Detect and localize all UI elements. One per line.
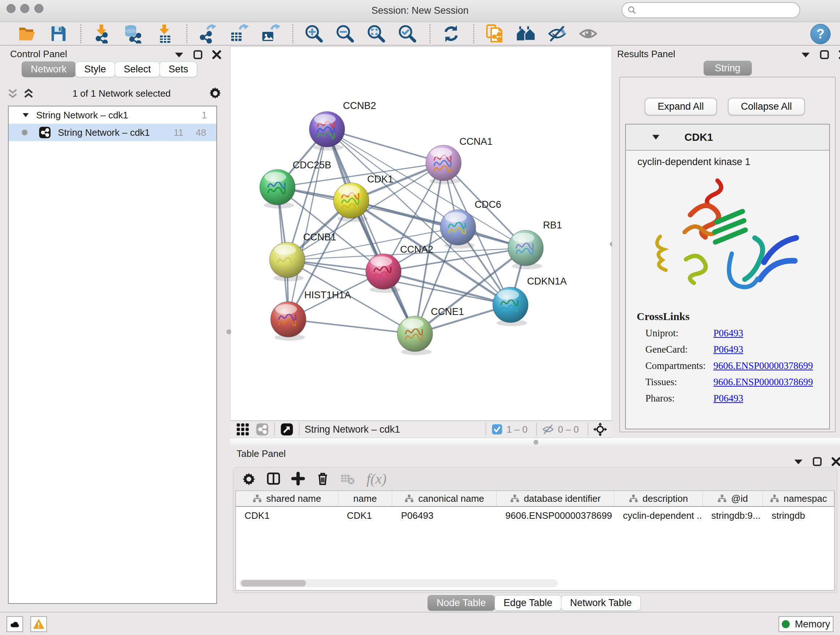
column-header-shared-name[interactable]: shared name <box>236 491 338 506</box>
table-panel-title: Table Panel <box>237 448 286 459</box>
zoom-out-button[interactable] <box>335 23 356 44</box>
selected-checkbox-icon[interactable] <box>491 424 503 435</box>
crosslink-row: GeneCard:P06493 <box>645 344 829 355</box>
left-splitter-handle[interactable] <box>226 329 231 334</box>
network-node-ccne1[interactable]: CCNE1 <box>397 306 464 355</box>
panel-menu-icon[interactable] <box>174 49 185 60</box>
network-status-dot <box>22 130 27 135</box>
zoom-selected-icon <box>398 24 417 43</box>
collection-expand-icon[interactable] <box>22 111 30 119</box>
warnings-button[interactable] <box>30 616 47 632</box>
table-settings-gear-icon[interactable] <box>241 471 256 486</box>
zoom-selected-button[interactable] <box>398 23 418 44</box>
column-header-database-identifier[interactable]: database identifier <box>497 491 614 506</box>
tab-sets[interactable]: Sets <box>159 62 197 77</box>
add-column-icon[interactable] <box>291 471 306 486</box>
crosslink-link[interactable]: P06493 <box>714 328 744 339</box>
network-node-hist1h1a[interactable]: HIST1H1A <box>271 290 351 340</box>
help-button[interactable]: ? <box>810 24 831 44</box>
eye-button[interactable] <box>578 23 600 44</box>
tab-style[interactable]: Style <box>75 62 115 77</box>
memory-button[interactable]: Memory <box>778 616 834 632</box>
tab-network-table[interactable]: Network Table <box>561 595 641 611</box>
close-panel-icon[interactable] <box>838 49 840 60</box>
edge-HIST1H1A-CCNE1[interactable] <box>288 319 415 334</box>
network-node-cdkn1a[interactable]: CDKN1A <box>493 276 567 326</box>
cloud-button[interactable] <box>6 616 23 632</box>
float-panel-icon[interactable] <box>193 49 203 60</box>
detach-view-icon[interactable] <box>280 423 294 436</box>
zoom-in-button[interactable] <box>304 23 325 44</box>
splitter-handle[interactable] <box>534 440 538 445</box>
tab-select[interactable]: Select <box>115 62 160 77</box>
network-graph[interactable]: CCNB2CCNA1CDC25BCDK1CDC6RB1CCNB1CCNA2CDK… <box>231 47 612 420</box>
expand-all-button[interactable]: Expand All <box>645 98 717 116</box>
zoom-fit-button[interactable] <box>366 23 387 44</box>
search-input[interactable] <box>637 5 790 16</box>
float-panel-icon[interactable] <box>812 456 823 467</box>
import-table-button[interactable] <box>155 23 175 44</box>
network-node-ccna1[interactable]: CCNA1 <box>426 136 493 184</box>
string-results-box: Expand All Collapse All CDK1 cyclin-depe… <box>619 77 836 432</box>
tab-string[interactable]: String <box>704 61 752 76</box>
birdseye-navigator-icon[interactable] <box>593 423 607 436</box>
import-network-button[interactable] <box>92 23 113 44</box>
crosslink-row: Compartments:9606.ENSP00000378699 <box>645 360 829 371</box>
close-panel-icon[interactable] <box>211 49 222 60</box>
open-file-button[interactable] <box>17 23 38 44</box>
section-collapse-icon[interactable] <box>651 133 660 142</box>
column-header-name[interactable]: name <box>338 491 393 506</box>
hidden-eye-slash-icon[interactable] <box>542 423 554 435</box>
crosslink-link[interactable]: 9606.ENSP00000378699 <box>714 360 813 371</box>
edge-CCNB2-CCNE1[interactable] <box>327 129 415 334</box>
save-session-button[interactable] <box>49 23 69 44</box>
crosslink-label: Compartments: <box>645 360 714 371</box>
tab-network[interactable]: Network <box>22 62 76 77</box>
network-node-ccnb1[interactable]: CCNB1 <box>270 232 336 281</box>
column-header-@id[interactable]: @id <box>703 491 763 506</box>
tab-edge-table[interactable]: Edge Table <box>494 595 561 611</box>
panel-menu-icon[interactable] <box>800 49 811 60</box>
crosslink-link[interactable]: P06493 <box>714 344 744 355</box>
import-database-button[interactable] <box>123 23 144 44</box>
results-panel: Results Panel String Expand All Collapse… <box>612 46 840 436</box>
network-canvas[interactable]: CCNB2CCNA1CDC25BCDK1CDC6RB1CCNB1CCNA2CDK… <box>230 46 612 421</box>
table-hscrollbar[interactable] <box>240 579 558 587</box>
float-panel-icon[interactable] <box>819 49 830 60</box>
close-panel-icon[interactable] <box>831 456 840 467</box>
column-header-description[interactable]: description <box>614 491 703 506</box>
duplicate-network-button[interactable] <box>485 23 506 44</box>
collapse-all-icon[interactable] <box>6 87 19 100</box>
gene-section-header[interactable]: CDK1 <box>626 125 829 150</box>
network-view-share-icon[interactable] <box>256 423 269 436</box>
delete-column-icon[interactable] <box>315 471 330 486</box>
export-image-button[interactable] <box>261 23 281 44</box>
crosslink-link[interactable]: 9606.ENSP00000378699 <box>714 377 813 388</box>
show-columns-icon[interactable] <box>266 471 281 486</box>
homes-button[interactable] <box>516 23 537 44</box>
refresh-button[interactable] <box>441 23 462 44</box>
crosslink-link[interactable]: P06493 <box>714 393 744 404</box>
network-collection-row[interactable]: String Network – cdk1 1 <box>9 106 216 124</box>
panel-menu-icon[interactable] <box>793 456 804 467</box>
expand-all-icon[interactable] <box>22 87 35 100</box>
table-row[interactable]: CDK1CDK1P064939606.ENSP00000378699cyclin… <box>236 507 834 524</box>
column-header-namespac[interactable]: namespac <box>763 491 834 506</box>
network-node-rb1[interactable]: RB1 <box>508 220 562 269</box>
gear-icon[interactable] <box>208 87 222 100</box>
tab-node-table[interactable]: Node Table <box>428 595 495 611</box>
search-box[interactable] <box>622 2 800 18</box>
network-row-selected[interactable]: String Network – cdk1 11 48 <box>9 124 216 141</box>
column-tree-icon <box>510 494 519 503</box>
node-label-cdk1: CDK1 <box>367 174 393 185</box>
selected-counts: 1 – 0 <box>507 424 527 435</box>
network-node-ccnb2[interactable]: CCNB2 <box>309 100 376 150</box>
toggle-graphics-details-button[interactable] <box>547 23 568 44</box>
hscrollbar-thumb[interactable] <box>241 580 306 586</box>
column-header-canonical-name[interactable]: canonical name <box>392 491 497 506</box>
export-table-button[interactable] <box>229 23 250 44</box>
grid-view-icon[interactable] <box>236 423 249 436</box>
network-node-cdc6[interactable]: CDC6 <box>440 199 501 249</box>
collapse-all-button[interactable]: Collapse All <box>728 98 805 116</box>
export-network-button[interactable] <box>198 23 219 44</box>
